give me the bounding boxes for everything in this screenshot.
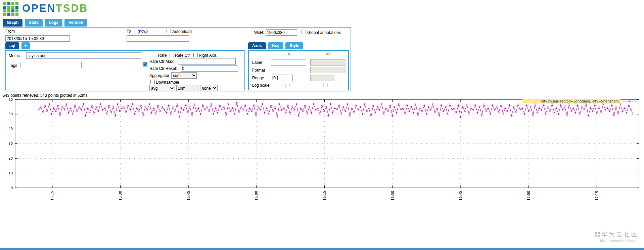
svg-text:15:15: 15:15 [50,191,54,201]
svg-text:10: 10 [8,171,13,175]
aggregator-select[interactable]: sum [171,72,197,79]
tab-axes[interactable]: Axes [248,42,266,49]
now-link[interactable]: (now) [138,29,148,34]
tab-version[interactable]: Version [64,19,87,27]
logo-open-text: OPEN [22,2,56,14]
axis-label-row-label: Label [252,60,262,65]
aggregator-label: Aggregator: [149,73,171,78]
rate-checkbox[interactable] [153,53,157,57]
svg-text:15:45: 15:45 [187,191,190,201]
downsample-label: Downsample [156,80,179,85]
axis-range-row-label: Range [252,76,264,80]
global-annotations-label: Global annotations [307,30,341,35]
metric-label: Metric: [9,53,21,58]
query-form-panel: From To (now) Autoreload WxH: Global ann… [3,27,351,91]
opentsdb-logo [3,2,19,17]
svg-text:60: 60 [8,98,13,101]
tab-stats[interactable]: Stats [25,19,43,27]
svg-text:17:00: 17:00 [527,191,531,201]
watermark-title: 华为云社区 [602,231,639,238]
wxh-input[interactable] [266,29,297,36]
tab-graph[interactable]: Graph [3,19,22,27]
right-axis-label: Right Axis [199,53,217,58]
svg-text:16:45: 16:45 [459,191,462,201]
tab-metric-aqi[interactable]: aqi [5,42,19,49]
logo-tsdb-text: TSDB [56,2,88,14]
svg-text:16:00: 16:00 [255,191,258,201]
tags-group-checkbox[interactable] [143,62,147,67]
bottom-divider [0,248,644,250]
rate-ctr-label: Rate Ctr [175,53,190,58]
rate-label: Rate [158,53,167,58]
svg-text:20: 20 [8,157,13,160]
tab-metric-add[interactable]: + [21,42,30,49]
axis-format-row-label: Format [252,68,265,73]
y2-log-scale-checkbox [323,83,328,87]
autoreload-label: Autoreload [172,29,192,34]
to-label: To [127,29,131,34]
metric-tab-bar: aqi + [5,42,31,49]
svg-text:16:30: 16:30 [391,191,395,201]
axis-y2-column-header: Y2 [311,52,345,57]
rate-ctr-max-label: Rate Ctr Max: [149,59,174,64]
downsample-interval-input[interactable] [176,85,198,91]
svg-text:16:15: 16:15 [323,191,326,201]
svg-text:17:15: 17:15 [595,191,599,201]
rate-ctr-checkbox[interactable] [170,53,174,57]
tab-logs[interactable]: Logs [45,19,62,27]
y-label-input[interactable] [271,59,306,66]
tag-key-input[interactable] [20,62,79,68]
global-annotations-checkbox[interactable] [302,30,306,34]
wxh-label: WxH: [254,30,264,35]
svg-text:30: 30 [8,142,13,145]
axes-editor-box: Y Y2 Label Format Range Log scale [248,50,349,90]
svg-text:15:30: 15:30 [119,191,122,201]
svg-text:40: 40 [8,127,13,131]
y-format-input[interactable] [271,67,306,73]
opentsdb-page: OPENTSDB Graph Stats Logs Version From T… [0,0,644,250]
svg-text:city.ch.aqi{region=Longgang, c: city.ch.aqi{region=Longgang, city=Shenzh… [541,99,620,103]
tag-value-input[interactable] [81,62,140,68]
svg-text:0: 0 [11,186,13,190]
right-axis-checkbox[interactable] [193,53,198,57]
rate-ctr-max-input[interactable] [178,58,236,65]
svg-text:50: 50 [8,112,13,116]
axes-tab-bar: Axes Key Style [248,42,304,49]
huawei-cloud-grid-icon [595,232,600,237]
rate-ctr-reset-label: Rate Ctr Reset: [149,66,177,71]
tags-label: Tags [9,63,17,68]
to-input[interactable] [127,35,189,42]
watermark-subtitle: bbs.huaweicloud.com [595,239,639,243]
y2-label-input [310,59,346,66]
y2-format-input [310,67,346,73]
downsample-agg-select[interactable]: avg [149,85,175,91]
from-input[interactable] [5,35,70,42]
from-label: From [5,29,15,34]
timeseries-chart[interactable]: 010203040506015:1515:3015:4516:0016:1516… [0,97,644,209]
axis-y-column-header: Y [272,52,306,57]
main-tab-bar: Graph Stats Logs Version [3,19,88,27]
y-log-scale-checkbox[interactable] [285,83,289,87]
tab-style[interactable]: Style [285,42,303,49]
downsample-checkbox[interactable] [150,80,155,84]
rate-ctr-reset-input[interactable] [181,65,238,72]
opentsdb-logo-grid-icon [3,2,19,16]
y-range-input[interactable] [271,75,293,81]
y2-range-input [310,75,334,81]
tab-key[interactable]: Key [268,42,283,49]
metric-editor-box: Metric: Tags Rate Rate Ctr Right Axis Ra… [5,50,245,90]
log-scale-row-label: Log scale [252,83,269,88]
autoreload-checkbox[interactable] [167,29,171,33]
opentsdb-wordmark: OPENTSDB [22,2,88,14]
downsample-fill-select[interactable]: none [200,85,218,91]
watermark: 华为云社区 bbs.huaweicloud.com [595,231,639,243]
metric-input[interactable] [26,52,141,59]
